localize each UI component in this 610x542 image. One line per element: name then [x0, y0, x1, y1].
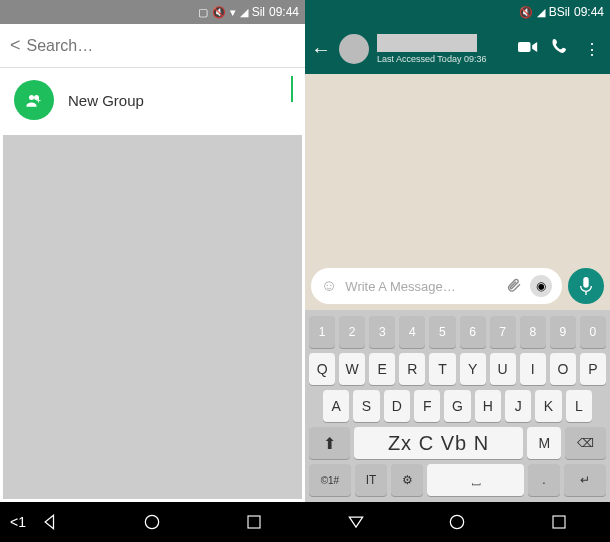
- nav-recent-icon[interactable]: [548, 511, 570, 533]
- emoji-icon[interactable]: ☺: [321, 277, 337, 295]
- key-0[interactable]: 0: [580, 316, 606, 348]
- new-group-label: New Group: [68, 92, 144, 109]
- group-add-icon: [14, 80, 54, 120]
- status-bar-left: ▢ 🔇 ▾ ◢ Sil 09:44: [0, 0, 305, 24]
- avatar[interactable]: [339, 34, 369, 64]
- key-2[interactable]: 2: [339, 316, 365, 348]
- clock: 09:44: [574, 5, 604, 19]
- clock: 09:44: [269, 5, 299, 19]
- key-i[interactable]: I: [520, 353, 546, 385]
- wifi-icon: ▾: [230, 6, 236, 19]
- key-o[interactable]: O: [550, 353, 576, 385]
- message-placeholder: Write A Message…: [345, 279, 498, 294]
- key-s[interactable]: S: [353, 390, 379, 422]
- video-call-icon[interactable]: [516, 40, 540, 58]
- svg-point-0: [29, 95, 34, 100]
- key-j[interactable]: J: [505, 390, 531, 422]
- contact-name-redacted: [377, 34, 477, 52]
- nav-home-icon[interactable]: [446, 511, 468, 533]
- chat-background: [305, 74, 610, 262]
- kb-row-3: ⬆ Zx C Vb N M ⌫: [309, 427, 606, 459]
- svg-rect-5: [248, 516, 260, 528]
- mic-button[interactable]: [568, 268, 604, 304]
- chat-header: ← Last Accessed Today 09:36 ⋮: [305, 24, 610, 74]
- contacts-screen: ▢ 🔇 ▾ ◢ Sil 09:44 < New Group: [0, 0, 305, 502]
- keyboard: 1234567890 QWERTYUIOP ASDFGHJKL ⬆ Zx C V…: [305, 310, 610, 502]
- nav-left: <1: [0, 502, 305, 542]
- nav-back-icon[interactable]: [345, 511, 367, 533]
- key-e[interactable]: E: [369, 353, 395, 385]
- key-p[interactable]: P: [580, 353, 606, 385]
- settings-key[interactable]: ⚙: [391, 464, 423, 496]
- key-3[interactable]: 3: [369, 316, 395, 348]
- lang-key[interactable]: IT: [355, 464, 387, 496]
- back-icon[interactable]: <: [10, 35, 21, 56]
- message-input[interactable]: ☺ Write A Message… ◉: [311, 268, 562, 304]
- kb-row-nums: 1234567890: [309, 316, 606, 348]
- menu-icon[interactable]: ⋮: [580, 40, 604, 59]
- key-h[interactable]: H: [475, 390, 501, 422]
- key-l[interactable]: L: [566, 390, 592, 422]
- mute-icon: 🔇: [212, 6, 226, 19]
- nav-home-icon[interactable]: [141, 511, 163, 533]
- symbols-key[interactable]: ©1#: [309, 464, 351, 496]
- key-5[interactable]: 5: [429, 316, 455, 348]
- key-g[interactable]: G: [444, 390, 470, 422]
- nav-back-icon[interactable]: [40, 511, 62, 533]
- status-bar-right: 🔇 ◢ BSil 09:44: [305, 0, 610, 24]
- mute-icon: 🔇: [519, 6, 533, 19]
- chat-screen: 🔇 ◢ BSil 09:44 ← Last Accessed Today 09:…: [305, 0, 610, 502]
- key-q[interactable]: Q: [309, 353, 335, 385]
- nav-count: <1: [10, 514, 26, 530]
- svg-point-6: [451, 515, 464, 528]
- key-8[interactable]: 8: [520, 316, 546, 348]
- enter-key[interactable]: ↵: [564, 464, 606, 496]
- key-r[interactable]: R: [399, 353, 425, 385]
- kb-row-2: ASDFGHJKL: [309, 390, 606, 422]
- key-t[interactable]: T: [429, 353, 455, 385]
- key-k[interactable]: K: [535, 390, 561, 422]
- kb-row-bottom: ©1# IT ⚙ ⎵ . ↵: [309, 464, 606, 496]
- message-input-bar: ☺ Write A Message… ◉: [305, 262, 610, 310]
- contact-info[interactable]: Last Accessed Today 09:36: [377, 34, 508, 64]
- back-arrow-icon[interactable]: ←: [311, 38, 331, 61]
- last-access-label: Last Accessed Today 09:36: [377, 54, 508, 64]
- key-6[interactable]: 6: [460, 316, 486, 348]
- attach-icon[interactable]: [506, 277, 522, 296]
- period-key[interactable]: .: [528, 464, 560, 496]
- key-7[interactable]: 7: [490, 316, 516, 348]
- svg-rect-3: [583, 277, 588, 288]
- shift-key[interactable]: ⬆: [309, 427, 350, 459]
- search-input[interactable]: [27, 37, 295, 55]
- svg-point-4: [146, 515, 159, 528]
- key-group-zxcvbn[interactable]: Zx C Vb N: [354, 427, 524, 459]
- new-group-row[interactable]: New Group: [0, 68, 305, 132]
- nav-right: [305, 502, 610, 542]
- key-4[interactable]: 4: [399, 316, 425, 348]
- system-nav: <1: [0, 502, 610, 542]
- nav-recent-icon[interactable]: [243, 511, 265, 533]
- signal-icon: ◢: [537, 6, 545, 19]
- camera-icon[interactable]: ◉: [530, 275, 552, 297]
- key-a[interactable]: A: [323, 390, 349, 422]
- key-1[interactable]: 1: [309, 316, 335, 348]
- call-icon[interactable]: [548, 38, 572, 60]
- key-d[interactable]: D: [384, 390, 410, 422]
- key-u[interactable]: U: [490, 353, 516, 385]
- svg-rect-7: [553, 516, 565, 528]
- content-placeholder: [3, 135, 302, 499]
- key-m[interactable]: M: [527, 427, 561, 459]
- space-key[interactable]: ⎵: [427, 464, 524, 496]
- svg-rect-2: [518, 42, 531, 52]
- key-9[interactable]: 9: [550, 316, 576, 348]
- backspace-key[interactable]: ⌫: [565, 427, 606, 459]
- picture-icon: ▢: [198, 6, 208, 19]
- key-f[interactable]: F: [414, 390, 440, 422]
- signal-label: BSil: [549, 5, 570, 19]
- signal-label: Sil: [252, 5, 265, 19]
- key-w[interactable]: W: [339, 353, 365, 385]
- search-bar[interactable]: <: [0, 24, 305, 68]
- key-y[interactable]: Y: [460, 353, 486, 385]
- kb-row-1: QWERTYUIOP: [309, 353, 606, 385]
- data-icon: ◢: [240, 6, 248, 19]
